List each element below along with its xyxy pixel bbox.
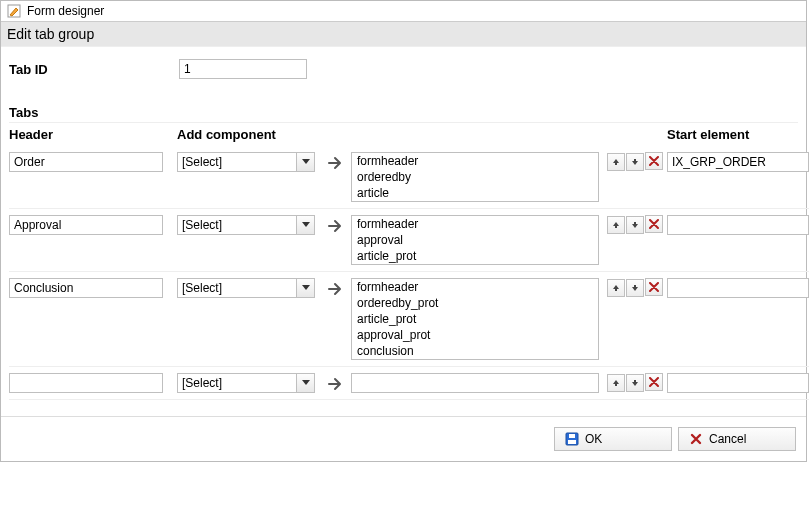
chevron-down-icon[interactable]	[296, 153, 314, 171]
svg-rect-7	[615, 383, 617, 386]
svg-rect-4	[634, 222, 636, 225]
header-input[interactable]	[9, 373, 163, 393]
svg-rect-3	[615, 225, 617, 228]
move-down-button[interactable]	[626, 279, 644, 297]
arrow-right-icon[interactable]	[327, 154, 345, 172]
table-row: [Select]formheaderorderedby_protarticle_…	[9, 272, 809, 367]
delete-button[interactable]	[645, 215, 663, 233]
list-item[interactable]: formheader	[352, 279, 598, 295]
start-element-select[interactable]: IX_GRP_ORDER	[667, 152, 809, 172]
list-item[interactable]: orderedby_prot	[352, 295, 598, 311]
window-title: Form designer	[27, 4, 104, 18]
tabid-label: Tab ID	[9, 62, 179, 77]
list-item[interactable]: formheader	[352, 216, 598, 232]
svg-rect-10	[569, 434, 575, 438]
list-item[interactable]: approval	[352, 232, 598, 248]
svg-rect-1	[615, 162, 617, 165]
form-designer-icon	[7, 4, 21, 18]
start-element-select[interactable]	[667, 373, 809, 393]
arrow-right-icon[interactable]	[327, 217, 345, 235]
start-element-select[interactable]	[667, 278, 809, 298]
dialog-footer: OK Cancel	[1, 416, 806, 461]
header-input[interactable]	[9, 215, 163, 235]
list-item[interactable]: article	[352, 185, 598, 201]
component-list[interactable]: formheaderorderedbyarticle	[351, 152, 599, 202]
component-list[interactable]: formheaderorderedby_protarticle_protappr…	[351, 278, 599, 360]
arrow-right-icon[interactable]	[327, 375, 345, 393]
delete-button[interactable]	[645, 278, 663, 296]
add-component-select-text: [Select]	[178, 281, 296, 295]
table-row: [Select]formheaderapprovalarticle_prot	[9, 209, 809, 272]
add-component-select[interactable]: [Select]	[177, 278, 315, 298]
list-item[interactable]: approval_prot	[352, 327, 598, 343]
cancel-icon	[689, 432, 703, 446]
tabs-section-label: Tabs	[9, 105, 798, 123]
tabid-input[interactable]	[179, 59, 307, 79]
start-element-select-text: IX_GRP_ORDER	[668, 155, 808, 169]
save-icon	[565, 432, 579, 446]
add-component-select-text: [Select]	[178, 218, 296, 232]
list-item[interactable]: article_prot	[352, 248, 598, 264]
titlebar: Form designer	[1, 1, 806, 21]
header-input[interactable]	[9, 278, 163, 298]
move-down-button[interactable]	[626, 374, 644, 392]
svg-rect-6	[634, 285, 636, 288]
content-area: Tab ID Tabs Header Add component Start e…	[1, 47, 806, 416]
tabs-table: Header Add component Start element [Sele…	[9, 127, 809, 400]
table-row: [Select]	[9, 367, 809, 400]
add-component-select[interactable]: [Select]	[177, 373, 315, 393]
chevron-down-icon[interactable]	[296, 279, 314, 297]
list-item[interactable]: conclusion	[352, 343, 598, 359]
svg-rect-5	[615, 288, 617, 291]
ok-label: OK	[585, 432, 602, 446]
move-down-button[interactable]	[626, 153, 644, 171]
svg-rect-8	[634, 380, 636, 383]
move-up-button[interactable]	[607, 279, 625, 297]
list-item[interactable]: article_prot	[352, 311, 598, 327]
panel-title: Edit tab group	[1, 21, 806, 47]
delete-button[interactable]	[645, 373, 663, 391]
move-up-button[interactable]	[607, 374, 625, 392]
component-list[interactable]: formheaderapprovalarticle_prot	[351, 215, 599, 265]
cancel-label: Cancel	[709, 432, 746, 446]
arrow-right-icon[interactable]	[327, 280, 345, 298]
chevron-down-icon[interactable]	[296, 216, 314, 234]
list-item[interactable]: orderedby	[352, 169, 598, 185]
add-component-select-text: [Select]	[178, 155, 296, 169]
move-up-button[interactable]	[607, 216, 625, 234]
move-up-button[interactable]	[607, 153, 625, 171]
list-item[interactable]: formheader	[352, 153, 598, 169]
component-list[interactable]	[351, 373, 599, 393]
svg-rect-2	[634, 159, 636, 162]
window-frame: Form designer Edit tab group Tab ID Tabs…	[0, 0, 807, 462]
svg-rect-11	[568, 440, 576, 444]
add-component-select[interactable]: [Select]	[177, 152, 315, 172]
col-start-element: Start element	[667, 127, 809, 146]
ok-button[interactable]: OK	[554, 427, 672, 451]
table-row: [Select]formheaderorderedbyarticleIX_GRP…	[9, 146, 809, 209]
col-header: Header	[9, 127, 177, 146]
header-input[interactable]	[9, 152, 163, 172]
add-component-select-text: [Select]	[178, 376, 296, 390]
delete-button[interactable]	[645, 152, 663, 170]
cancel-button[interactable]: Cancel	[678, 427, 796, 451]
col-add-component: Add component	[177, 127, 327, 146]
chevron-down-icon[interactable]	[296, 374, 314, 392]
start-element-select[interactable]	[667, 215, 809, 235]
move-down-button[interactable]	[626, 216, 644, 234]
add-component-select[interactable]: [Select]	[177, 215, 315, 235]
